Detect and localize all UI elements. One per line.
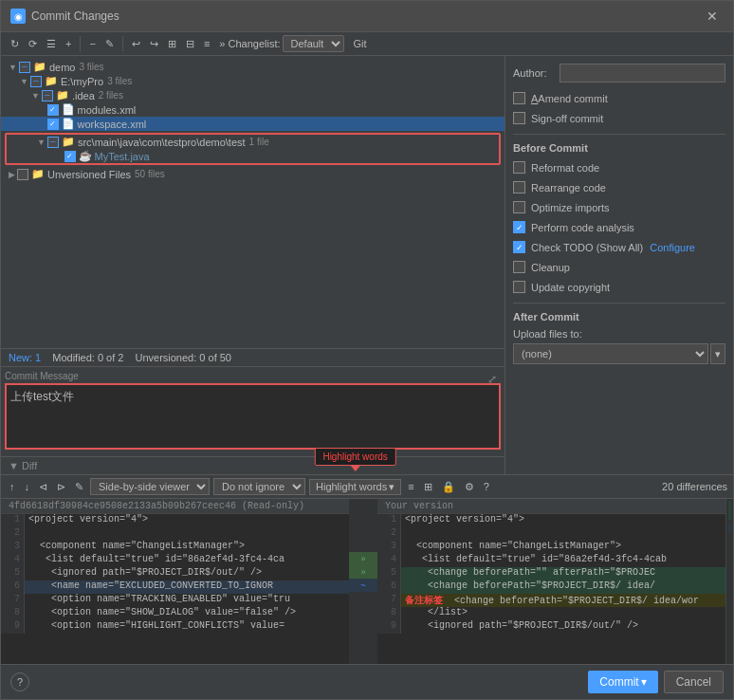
diff-panel: ↑ ↓ ⊲ ⊳ ✎ Side-by-side viewer Do not ign… (1, 474, 733, 664)
sign-off-commit-checkbox[interactable] (513, 112, 525, 124)
file-icon-mytest: ☕ (79, 150, 92, 162)
tree-checkbox-idea[interactable]: ─ (42, 90, 53, 101)
diff-left-lines: 1 <project version="4"> 2 3 <component n… (1, 514, 349, 658)
diff-right-line-1: 1 <project version="4"> (377, 514, 725, 527)
toolbar-expand-btn[interactable]: ⊞ (164, 36, 180, 52)
sign-off-commit-label: Sign-off commit (531, 113, 603, 124)
highlight-words-button[interactable]: Highlight words ▾ (309, 479, 401, 495)
diff-left-header: 4fd6618df30984ce9508e2133a5b09b267ceec46… (1, 499, 349, 514)
tree-item-demo[interactable]: ▼ ─ 📁 demo 3 files (1, 60, 505, 74)
diff-copy-left-btn[interactable]: ⊲ (36, 480, 50, 494)
line-content: <component name="ChangeListManager"> (401, 541, 725, 554)
tree-checkbox-unversioned[interactable] (17, 169, 28, 180)
folder-icon-idea: 📁 (56, 89, 69, 101)
tree-item-mytest[interactable]: ✓ ☕ MyTest.java (7, 149, 499, 163)
section-divider-2 (513, 303, 725, 304)
cancel-button[interactable]: Cancel (664, 671, 724, 693)
tree-checkbox-workspace[interactable]: ✓ (47, 119, 59, 130)
diff-lock-btn[interactable]: 🔒 (439, 480, 458, 494)
commit-dropdown-arrow: ▾ (641, 675, 647, 689)
diff-columns-btn[interactable]: ⊞ (421, 480, 435, 494)
amend-commit-checkbox[interactable] (513, 92, 525, 104)
toolbar-edit-btn[interactable]: ✎ (101, 36, 118, 52)
diff-gear-btn[interactable]: ⚙ (462, 480, 477, 494)
line-content: </list> (401, 607, 725, 620)
tree-item-srcmain[interactable]: ▼ ─ 📁 src\main\java\com\testpro\demo\tes… (7, 135, 499, 149)
diff-left-line-8: 8 <option name="SHOW_DIALOG" value="fals… (1, 607, 349, 620)
gutter-item (349, 499, 377, 512)
before-commit-label: Before Commit (513, 142, 725, 154)
check-todo-checkbox[interactable]: ✓ (513, 241, 525, 253)
optimize-imports-checkbox[interactable] (513, 201, 525, 213)
diff-right-side: Your version 1 <project version="4"> 2 3… (377, 499, 725, 664)
diff-copy-right-btn[interactable]: ⊳ (54, 480, 68, 494)
diff-settings-btn[interactable]: ≡ (405, 480, 416, 493)
tree-label-srcmain: src\main\java\com\testpro\demo\test (78, 137, 246, 148)
diff-edit-btn[interactable]: ✎ (72, 480, 86, 494)
tree-item-modules[interactable]: ✓ 📄 modules.xml (1, 102, 505, 117)
configure-link[interactable]: Configure (650, 242, 695, 253)
reformat-code-checkbox[interactable] (513, 161, 525, 174)
tree-checkbox-mytest[interactable]: ✓ (64, 151, 76, 162)
upload-select[interactable]: (none) (513, 343, 708, 364)
file-icon-workspace: 📄 (62, 118, 75, 130)
diff-right-scrollbar[interactable] (725, 499, 733, 664)
cleanup-checkbox[interactable] (513, 261, 525, 273)
highlight-words-dropdown-icon: ▾ (389, 481, 395, 493)
diff-up-btn[interactable]: ↑ (7, 480, 18, 493)
status-modified: Modified: 0 of 2 (52, 352, 123, 363)
gutter-item-mod: ~ (349, 579, 377, 592)
help-label: ? (17, 676, 23, 688)
git-label: Git (354, 38, 367, 49)
main-content: ▼ ─ 📁 demo 3 files ▼ ─ 📁 E:\myPro 3 file… (1, 56, 733, 474)
upload-select-dropdown-btn[interactable]: ▾ (710, 343, 725, 364)
tree-checkbox-modules[interactable]: ✓ (47, 104, 59, 116)
tree-checkbox-srcmain[interactable]: ─ (47, 137, 59, 148)
status-unversioned: Unversioned: 0 of 50 (135, 352, 231, 363)
tree-item-idea[interactable]: ▼ ─ 📁 .idea 2 files (1, 88, 505, 102)
commit-button[interactable]: Commit ▾ (588, 671, 657, 693)
diff-right-line-8: 8 </list> (377, 607, 725, 620)
diff-left-line-4: 4 <list default="true" id="86a2ef4d-3fc4… (1, 554, 349, 567)
diff-ignore-select[interactable]: Do not ignore (213, 478, 305, 495)
line-num: 8 (377, 607, 401, 620)
toolbar-sort-btn[interactable]: ≡ (200, 36, 213, 51)
tree-item-unversioned[interactable]: ▶ 📁 Unversioned Files 50 files (1, 167, 505, 181)
author-input[interactable] (560, 64, 725, 83)
toolbar-settings-btn[interactable]: ☰ (43, 36, 60, 52)
diff-down-btn[interactable]: ↓ (22, 480, 33, 493)
diff-viewer-select[interactable]: Side-by-side viewer (90, 478, 210, 495)
toolbar-undo-btn[interactable]: ↩ (128, 36, 144, 52)
toolbar-redo-btn[interactable]: ↪ (146, 36, 162, 52)
help-button[interactable]: ? (10, 672, 29, 691)
toolbar-collapse-btn[interactable]: ⊟ (182, 36, 198, 52)
status-new: New: 1 (9, 352, 41, 363)
diff-left-line-9: 9 <option name="HIGHLIGHT_CONFLICTS" val… (1, 620, 349, 634)
line-content (401, 527, 725, 541)
toolbar-update-btn[interactable]: ⟳ (25, 36, 41, 52)
tree-arrow-emypro: ▼ (20, 77, 28, 86)
tree-item-workspace[interactable]: ✓ 📄 workspace.xml (1, 117, 505, 131)
folder-icon-emypro: 📁 (45, 75, 58, 87)
update-copyright-checkbox[interactable] (513, 281, 525, 293)
diff-toolbar: ↑ ↓ ⊲ ⊳ ✎ Side-by-side viewer Do not ign… (1, 475, 733, 499)
toolbar-add-btn[interactable]: + (62, 36, 75, 51)
gutter-item-add: » (349, 565, 377, 579)
tree-item-emypro[interactable]: ▼ ─ 📁 E:\myPro 3 files (1, 74, 505, 88)
line-num: 4 (377, 554, 401, 567)
rearrange-code-checkbox[interactable] (513, 181, 525, 193)
commit-message-input[interactable]: 上传test文件 (5, 383, 501, 450)
highlight-words-label: Highlight words (316, 481, 387, 492)
diff-help-btn[interactable]: ? (481, 480, 492, 493)
commit-message-expand-button[interactable]: ⤢ (487, 373, 497, 386)
gutter-item-add: » (349, 552, 377, 565)
diff-right-line-2: 2 (377, 527, 725, 541)
toolbar-minus-btn[interactable]: − (85, 36, 99, 51)
diff-right-header: Your version (377, 499, 725, 514)
toolbar-refresh-btn[interactable]: ↻ (7, 36, 23, 52)
tree-checkbox-demo[interactable]: ─ (19, 62, 30, 73)
perform-code-analysis-checkbox[interactable]: ✓ (513, 221, 525, 233)
close-button[interactable]: ✕ (701, 7, 724, 26)
tree-checkbox-emypro[interactable]: ─ (30, 76, 42, 87)
changelist-select[interactable]: Default (283, 35, 344, 52)
